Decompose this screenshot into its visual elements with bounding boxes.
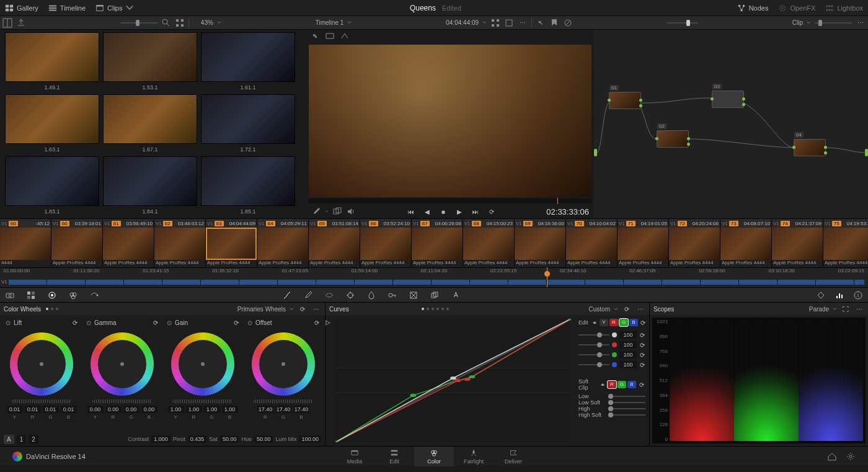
node-graph[interactable]: 01 02 03 04 (594, 30, 868, 218)
wheel-value[interactable]: 0.01 (61, 406, 77, 413)
intensity-value[interactable]: 100 (619, 351, 637, 358)
softclip-channel-R[interactable]: R (608, 381, 616, 388)
param-value[interactable]: 1.000 (151, 435, 170, 443)
gallery-thumb[interactable]: 1.61.1 (201, 32, 295, 94)
page-edit[interactable]: Edit (374, 447, 414, 466)
reset-icon[interactable]: ⟳ (298, 304, 308, 314)
scopes-icon[interactable] (835, 290, 844, 300)
node-04[interactable]: 04 (794, 139, 826, 156)
camera-raw-icon[interactable] (5, 290, 15, 300)
color-match-icon[interactable] (26, 290, 36, 300)
gallery-toggle[interactable]: Gallery (5, 4, 38, 12)
split-icon[interactable] (340, 31, 350, 41)
wheels-mode[interactable]: Primaries Wheels (237, 306, 286, 313)
wheel-page-2[interactable]: 2 (29, 435, 38, 444)
clips-toggle[interactable]: Clips (95, 4, 134, 12)
primaries-icon[interactable] (47, 290, 57, 300)
tracking-icon[interactable] (345, 290, 355, 300)
overlay-icon[interactable] (332, 207, 342, 216)
wheel-value[interactable]: 0.00 (105, 406, 122, 413)
timeline-clip[interactable]: V17204:20:24:06 Apple ProRes 4444 (669, 219, 720, 267)
expand-icon[interactable]: ⛶ (841, 304, 851, 314)
intensity-slider[interactable] (578, 334, 609, 336)
disable-icon[interactable] (563, 18, 573, 28)
reset-icon[interactable]: ⟳ (233, 318, 239, 327)
grid-icon[interactable] (175, 18, 185, 28)
picker-icon[interactable]: ✎ (310, 31, 320, 41)
more-icon[interactable]: ⋯ (636, 304, 645, 314)
timeline-clip[interactable]: V17504:19:53:11 Apple ProRes 4444 (823, 219, 868, 267)
reset-icon[interactable]: ⟳ (639, 340, 645, 350)
page-media[interactable]: Media (335, 447, 374, 466)
stop-icon[interactable]: ■ (438, 207, 448, 216)
timeline-clip[interactable]: V17304:08:07:10 Apple ProRes 4444 (720, 219, 772, 267)
nodes-toggle[interactable]: Nodes (737, 4, 769, 12)
jog-wheel[interactable] (12, 399, 71, 403)
wheel-value[interactable]: 17.40 (275, 406, 291, 413)
lightbox-toggle[interactable]: Lightbox (825, 4, 863, 12)
node-02[interactable]: 02 (657, 130, 689, 148)
timeline-name[interactable]: Timeline 1 (316, 19, 344, 26)
color-wheel[interactable] (10, 332, 73, 396)
reset-icon[interactable]: ⟳ (639, 330, 645, 340)
home-icon[interactable] (827, 452, 837, 461)
rgb-mixer-icon[interactable] (68, 290, 78, 300)
expand-icon[interactable] (490, 18, 500, 28)
layout-icon[interactable] (2, 18, 12, 28)
timeline-clip[interactable]: V16003:39:18:01 Apple ProRes 4444 (51, 219, 103, 267)
timeline-clip[interactable]: V16103:56:49:10 Apple ProRes 4444 (103, 219, 154, 267)
softclip-slider[interactable] (608, 402, 645, 403)
wheel-value[interactable]: 1.00 (204, 406, 220, 413)
gallery-thumb[interactable]: 1.85.1 (201, 156, 295, 218)
marker-icon[interactable] (549, 18, 559, 28)
intensity-slider[interactable] (578, 364, 609, 365)
channel-B[interactable]: B (629, 319, 638, 326)
softclip-channel-G[interactable]: G (618, 381, 626, 388)
reset-icon[interactable]: ⟳ (639, 380, 645, 390)
timeline-clip[interactable]: V160:45:12 4444 (0, 219, 51, 267)
color-wheel[interactable] (91, 332, 154, 396)
timeline-clip[interactable]: V16304:04:44:09 Apple ProRes 4444 (206, 219, 257, 267)
export-icon[interactable] (16, 18, 26, 28)
loop-icon[interactable]: ⟳ (487, 207, 497, 216)
picker-icon[interactable]: ⊙ (247, 319, 253, 326)
gallery-thumb[interactable]: 1.63.1 (5, 94, 99, 156)
sizing-icon[interactable] (409, 290, 418, 300)
timeline-clip[interactable]: V16804:15:00:23 Apple ProRes 4444 (463, 219, 515, 267)
info-icon[interactable]: i (853, 290, 863, 300)
page-deliver[interactable]: Deliver (494, 447, 533, 466)
node-03[interactable]: 03 (712, 91, 744, 108)
reset-icon[interactable]: ⟳ (314, 318, 320, 327)
intensity-slider[interactable] (578, 354, 609, 355)
softclip-channel-B[interactable]: B (627, 381, 636, 388)
picker-icon[interactable]: ⊙ (86, 319, 92, 326)
curves-mode[interactable]: Custom (589, 306, 610, 313)
page-dots[interactable] (422, 308, 449, 310)
reset-icon[interactable]: ⟳ (622, 304, 632, 314)
gallery-thumb[interactable]: 1.83.1 (5, 156, 99, 218)
eyedropper-icon[interactable] (311, 207, 321, 216)
softclip-slider[interactable] (608, 414, 645, 416)
softclip-slider[interactable] (608, 408, 645, 409)
wheel-value[interactable]: 0.00 (87, 406, 104, 413)
play-icon[interactable]: ▶ (454, 207, 464, 216)
link-icon[interactable]: ⚭ (600, 380, 605, 390)
intensity-slider[interactable] (578, 344, 609, 345)
pointer-icon[interactable]: ↖ (536, 18, 546, 28)
viewer-scrubber[interactable] (309, 198, 591, 203)
step-fwd-icon[interactable]: ⏭ (471, 207, 480, 216)
image-overlay-icon[interactable] (325, 31, 335, 41)
motion-effects-icon[interactable] (89, 290, 99, 300)
scopes-mode[interactable]: Parade (809, 306, 829, 313)
timeline-clip[interactable]: V16203:48:03:12 Apple ProRes 4444 (154, 219, 206, 267)
channel-R[interactable]: R (609, 319, 618, 326)
more-icon[interactable]: ⋯ (311, 304, 321, 314)
wheel-page-A[interactable]: A (4, 435, 14, 444)
reset-icon[interactable]: ⟳ (72, 318, 78, 327)
timeline-toggle[interactable]: Timeline (48, 4, 86, 12)
window-icon[interactable] (324, 290, 334, 300)
gallery-thumb[interactable]: 1.72.1 (201, 94, 295, 156)
more-icon[interactable]: ⋯ (518, 18, 528, 28)
thumbnail-timeline[interactable]: V160:45:12 4444 V16003:39:18:01 Apple Pr… (0, 218, 868, 268)
node-zoom-slider[interactable] (667, 22, 698, 24)
